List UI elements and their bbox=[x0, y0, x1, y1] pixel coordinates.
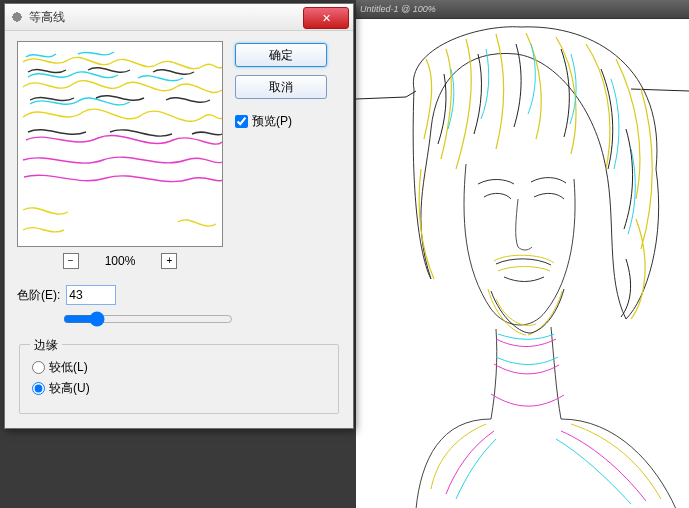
preview-pane[interactable] bbox=[17, 41, 223, 247]
zoom-in-button[interactable]: + bbox=[161, 253, 177, 269]
edge-group-title: 边缘 bbox=[30, 337, 62, 354]
edge-high-radio[interactable] bbox=[32, 382, 45, 395]
edge-low-radio[interactable] bbox=[32, 361, 45, 374]
cancel-button[interactable]: 取消 bbox=[235, 75, 327, 99]
dialog-title: 等高线 bbox=[29, 9, 303, 26]
close-button[interactable]: ✕ bbox=[303, 7, 349, 29]
minus-icon: − bbox=[68, 256, 74, 266]
edge-high-row[interactable]: 较高(U) bbox=[32, 380, 326, 397]
document-header: Untitled-1 @ 100% bbox=[356, 0, 689, 19]
level-slider[interactable] bbox=[63, 311, 233, 327]
ok-button[interactable]: 确定 bbox=[235, 43, 327, 67]
ok-label: 确定 bbox=[269, 47, 293, 64]
edge-high-label: 较高(U) bbox=[49, 380, 90, 397]
preview-checkbox-row[interactable]: 预览(P) bbox=[235, 113, 327, 130]
portrait-trace bbox=[356, 19, 689, 508]
edge-group: 边缘 较低(L) 较高(U) bbox=[19, 344, 339, 414]
level-input[interactable] bbox=[66, 285, 116, 305]
edge-low-label: 较低(L) bbox=[49, 359, 88, 376]
preview-checkbox[interactable] bbox=[235, 115, 248, 128]
trace-contour-dialog: 等高线 ✕ bbox=[4, 3, 354, 429]
close-icon: ✕ bbox=[322, 12, 331, 25]
zoom-out-button[interactable]: − bbox=[63, 253, 79, 269]
document-window: Untitled-1 @ 100% bbox=[356, 0, 689, 508]
app-icon bbox=[9, 9, 25, 25]
cancel-label: 取消 bbox=[269, 79, 293, 96]
zoom-level: 100% bbox=[105, 254, 136, 268]
titlebar[interactable]: 等高线 ✕ bbox=[5, 4, 353, 31]
preview-trace bbox=[18, 42, 222, 246]
document-canvas[interactable] bbox=[356, 19, 689, 508]
preview-checkbox-label: 预览(P) bbox=[252, 113, 292, 130]
plus-icon: + bbox=[166, 256, 172, 266]
edge-low-row[interactable]: 较低(L) bbox=[32, 359, 326, 376]
level-label: 色阶(E): bbox=[17, 287, 60, 304]
